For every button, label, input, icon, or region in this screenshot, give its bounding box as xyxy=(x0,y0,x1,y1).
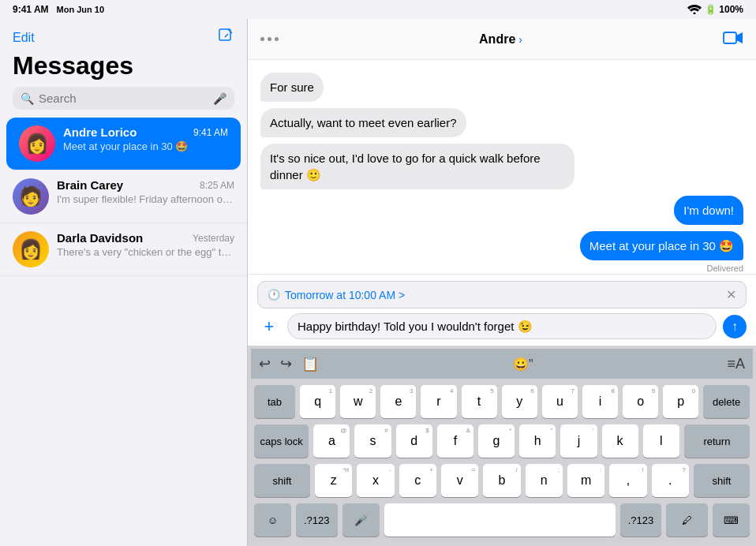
add-attachment-button[interactable]: + xyxy=(257,315,281,338)
messages-list: For sure Actually, want to meet even ear… xyxy=(248,60,756,274)
app-container: Edit Messages 🔍 🎤 👩 xyxy=(0,19,756,546)
delete-key[interactable]: delete xyxy=(703,385,750,418)
key-period[interactable]: ?. xyxy=(652,464,689,497)
message-input-row: + ↑ xyxy=(257,313,747,339)
status-date: Mon Jun 10 xyxy=(57,5,105,14)
tab-key[interactable]: tab xyxy=(254,385,295,418)
key-w[interactable]: 2w xyxy=(340,385,376,418)
kb-row-3: shift %z -x +c =v /b ;n :m !, ?. shift xyxy=(254,464,750,497)
emoji-picker-button[interactable]: 😀" xyxy=(513,357,533,372)
text-format-button[interactable]: ≡A xyxy=(727,356,745,372)
key-l[interactable]: l xyxy=(643,424,679,458)
contact-chevron-icon: › xyxy=(518,33,522,46)
svg-rect-1 xyxy=(219,29,230,40)
chat-header: Andre › xyxy=(248,19,756,60)
keyboard: ↩ ↪ 📋 😀" ≡A tab 1q 2w 3e 4r 5t 6y 7u xyxy=(248,346,756,546)
send-button[interactable]: ↑ xyxy=(723,315,747,338)
message-1: For sure xyxy=(260,73,324,102)
key-f[interactable]: &f xyxy=(437,424,473,458)
sidebar: Edit Messages 🔍 🎤 👩 xyxy=(0,19,248,546)
video-call-button[interactable] xyxy=(723,29,743,50)
kb-rows: tab 1q 2w 3e 4r 5t 6y 7u 8i 9o 0p delete… xyxy=(251,379,753,500)
key-t[interactable]: 5t xyxy=(462,385,497,418)
delivered-label: Delivered xyxy=(707,264,743,273)
mic-key[interactable]: 🎤 xyxy=(342,503,380,537)
key-s[interactable]: #s xyxy=(354,424,391,458)
search-input[interactable] xyxy=(39,92,208,105)
key-b[interactable]: /b xyxy=(483,464,520,497)
redo-button[interactable]: ↪ xyxy=(280,355,292,372)
keyboard-toolbar: ↩ ↪ 📋 😀" ≡A xyxy=(251,349,753,379)
scheduled-chevron: > xyxy=(399,289,405,301)
wifi-icon xyxy=(687,5,702,14)
key-z[interactable]: %z xyxy=(315,464,352,497)
key-q[interactable]: 1q xyxy=(300,385,335,418)
key-i[interactable]: 8i xyxy=(582,385,618,418)
conv-name-darla: Darla Davidson xyxy=(57,231,143,245)
clipboard-button[interactable]: 📋 xyxy=(301,355,319,372)
sidebar-header: Edit xyxy=(0,19,247,48)
status-bar: 9:41 AM Mon Jun 10 🔋 100% xyxy=(0,0,756,19)
key-m[interactable]: :m xyxy=(567,464,604,497)
key-r[interactable]: 4r xyxy=(421,385,456,418)
conv-name-andre: Andre Lorico xyxy=(63,125,137,139)
conv-time-darla: Yesterday xyxy=(193,233,234,244)
mic-icon: 🎤 xyxy=(213,92,226,105)
caps-lock-key[interactable]: caps lock xyxy=(254,424,309,458)
key-y[interactable]: 6y xyxy=(502,385,537,418)
key-o[interactable]: 9o xyxy=(623,385,658,418)
header-dots xyxy=(260,37,279,41)
clock-icon: 🕐 xyxy=(268,289,280,301)
scheduled-text[interactable]: 🕐 Tomorrow at 10:00 AM > xyxy=(268,289,405,301)
conv-info-andre: Andre Lorico 9:41 AM Meet at your place … xyxy=(63,125,228,152)
conversation-item-darla[interactable]: 👩 Darla Davidson Yesterday There's a ver… xyxy=(0,223,247,276)
key-n[interactable]: ;n xyxy=(526,464,563,497)
right-shift-key[interactable]: shift xyxy=(694,464,750,497)
key-g[interactable]: *g xyxy=(478,424,515,458)
emoji-key[interactable]: ☺ xyxy=(254,503,291,537)
key-v[interactable]: =v xyxy=(441,464,478,497)
conv-name-brain: Brain Carey xyxy=(57,178,123,192)
chat-title-area[interactable]: Andre › xyxy=(479,32,522,47)
kb-toolbar-left: ↩ ↪ 📋 xyxy=(259,355,319,372)
key-j[interactable]: 'j xyxy=(560,424,597,458)
undo-button[interactable]: ↩ xyxy=(259,355,271,372)
conv-preview-andre: Meet at your place in 30 🤩 xyxy=(63,140,228,152)
left-shift-key[interactable]: shift xyxy=(254,464,310,497)
status-time: 9:41 AM xyxy=(13,4,49,15)
numbers-key-2[interactable]: .?123 xyxy=(620,503,662,537)
key-comma[interactable]: !, xyxy=(609,464,646,497)
scheduled-time-text: Tomorrow at 10:00 AM > xyxy=(285,289,405,301)
message-text-input[interactable] xyxy=(287,313,717,339)
conversation-list: 👩 Andre Lorico 9:41 AM Meet at your plac… xyxy=(0,118,247,546)
edit-button[interactable]: Edit xyxy=(13,31,35,45)
key-u[interactable]: 7u xyxy=(542,385,578,418)
numbers-key[interactable]: .?123 xyxy=(296,503,338,537)
conv-time-brain: 8:25 AM xyxy=(200,180,234,191)
key-c[interactable]: +c xyxy=(399,464,436,497)
dot-3 xyxy=(275,37,279,41)
key-x[interactable]: -x xyxy=(357,464,394,497)
conversation-item-brain[interactable]: 🧑 Brain Carey 8:25 AM I'm super flexible… xyxy=(0,170,247,223)
key-h[interactable]: "h xyxy=(519,424,556,458)
key-d[interactable]: $d xyxy=(396,424,432,458)
battery-icon: 🔋 100% xyxy=(705,4,743,15)
compose-button[interactable] xyxy=(217,27,234,48)
chat-area: Andre › For sure Actually, want to meet … xyxy=(248,19,756,546)
hide-keyboard-key[interactable]: ⌨ xyxy=(713,503,750,537)
key-p[interactable]: 0p xyxy=(663,385,698,418)
kb-row-1: tab 1q 2w 3e 4r 5t 6y 7u 8i 9o 0p delete xyxy=(254,385,750,418)
message-2: Actually, want to meet even earlier? xyxy=(260,108,466,137)
search-bar[interactable]: 🔍 🎤 xyxy=(13,87,234,110)
scheduled-close-button[interactable]: ✕ xyxy=(726,287,736,302)
conv-time-andre: 9:41 AM xyxy=(193,127,228,138)
message-3: It's so nice out, I'd love to go for a q… xyxy=(260,144,574,189)
key-k[interactable]: k xyxy=(602,424,638,458)
key-e[interactable]: 3e xyxy=(380,385,416,418)
return-key[interactable]: return xyxy=(684,424,750,458)
scribble-key[interactable]: 🖊 xyxy=(666,503,708,537)
key-a[interactable]: @a xyxy=(313,424,350,458)
kb-bottom-row: ☺ .?123 🎤 .?123 🖊 ⌨ xyxy=(251,500,753,546)
conversation-item-andre[interactable]: 👩 Andre Lorico 9:41 AM Meet at your plac… xyxy=(6,118,241,170)
space-key[interactable] xyxy=(384,503,616,537)
